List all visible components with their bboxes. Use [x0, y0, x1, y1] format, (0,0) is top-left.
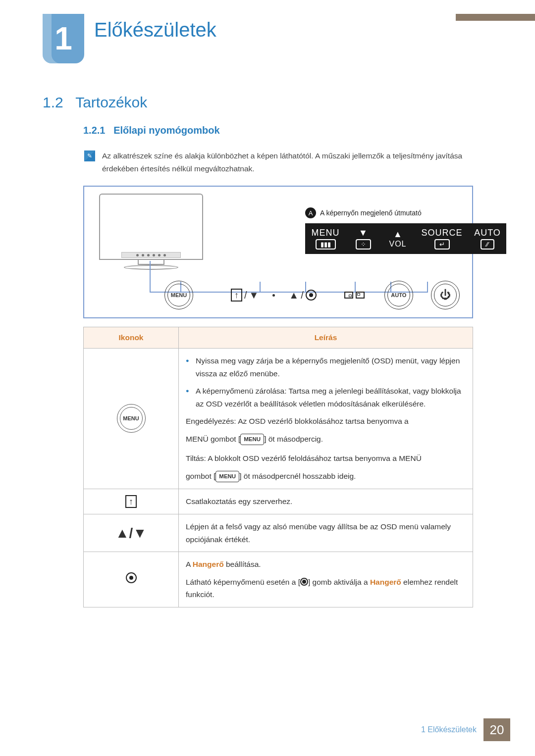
- button-row: MENU ↑/▼ ▲/ AUTO ⏻: [91, 281, 466, 309]
- updown-desc: Lépjen át a felső vagy az alsó menübe va…: [179, 514, 473, 552]
- osd-guide-bar: MENU ▮▮▮ ▼ ⁘ ▲ VOL SOURCE ↵ AUTO ⁄⁄: [305, 223, 506, 254]
- icons-description-table: Ikonok Leírás MENU ●Nyissa meg vagy zárj…: [83, 327, 473, 607]
- up-target-button-group[interactable]: ▲/: [289, 290, 316, 301]
- table-row: ▲/▼ Lépjen át a felső vagy az alsó menüb…: [84, 514, 473, 552]
- osd-up-icon: ▲: [380, 229, 415, 240]
- pip-button-group[interactable]: [344, 290, 365, 301]
- menu-desc-disable-1: Tiltás: A blokkolt OSD vezérlő feloldásá…: [186, 452, 466, 465]
- upload-down-button-group[interactable]: ↑/▼: [231, 289, 259, 302]
- upload-desc: Csatlakoztatás egy szerverhez.: [179, 489, 473, 514]
- menu-inline-badge: MENU: [240, 434, 264, 445]
- section-title: Tartozékok: [75, 94, 147, 110]
- osd-auto-label: AUTO: [469, 228, 506, 238]
- front-panel-diagram: A A képernyőn megjelenő útmutató MENU ▮▮…: [83, 186, 473, 318]
- up-down-icon: ▲/▼: [115, 525, 147, 541]
- menu-desc-enable-1: Engedélyezés: Az OSD vezérlő blokkolásáh…: [186, 415, 466, 428]
- menu-desc-enable-2a: MENÜ gombot [: [186, 435, 240, 443]
- chapter-number-tab: 1: [43, 14, 84, 63]
- footer-page-number: 20: [483, 718, 510, 741]
- target-icon-inline: [300, 578, 308, 586]
- menu-button[interactable]: MENU: [164, 281, 193, 309]
- osd-down-sub-icon: ⁘: [356, 239, 371, 250]
- menu-inline-badge-2: MENU: [215, 471, 239, 482]
- osd-source-label: SOURCE: [415, 228, 469, 238]
- table-row: A Hangerő beállítása. Látható képernyőme…: [84, 552, 473, 607]
- volume-word-1: Hangerő: [193, 560, 224, 568]
- legend-a-text: A képernyőn megjelenő útmutató: [320, 209, 422, 217]
- osd-menu-label: MENU: [305, 228, 346, 238]
- page-footer: 1 Előkészületek 20: [421, 718, 510, 741]
- subsection-heading: 1.2.1 Előlapi nyomógombok: [83, 125, 220, 136]
- chapter-number: 1: [54, 20, 72, 57]
- auto-button[interactable]: AUTO: [384, 281, 413, 309]
- osd-enter-icon: ↵: [434, 239, 450, 250]
- table-row: ↑ Csatlakoztatás egy szerverhez.: [84, 489, 473, 514]
- menu-desc-bullet2: A képernyőmenü zárolása: Tartsa meg a je…: [196, 387, 461, 408]
- table-row: MENU ●Nyissa meg vagy zárja be a képerny…: [84, 349, 473, 489]
- volume-word-2: Hangerő: [370, 578, 401, 586]
- power-button[interactable]: ⏻: [431, 281, 460, 309]
- target-icon: [126, 572, 137, 583]
- table-header-desc: Leírás: [179, 327, 473, 349]
- menu-desc-disable-2a: gombot [: [186, 472, 215, 480]
- monitor-illustration: [99, 194, 203, 275]
- section-heading: 1.2 Tartozékok: [43, 94, 147, 111]
- table-header-icons: Ikonok: [84, 327, 179, 349]
- menu-desc-bullet1: Nyissa meg vagy zárja be a képernyős meg…: [196, 356, 460, 378]
- legend-a-badge: A: [305, 207, 316, 218]
- subsection-number: 1.2.1: [83, 125, 105, 136]
- chapter-title: Előkészületek: [94, 19, 216, 41]
- note-icon: [84, 151, 95, 161]
- note-text: Az alkatrészek színe és alakja különbözh…: [102, 150, 488, 175]
- header-accent-bar: [456, 14, 535, 21]
- legend-a: A A képernyőn megjelenő útmutató: [305, 207, 422, 218]
- menu-button-icon: MENU: [117, 404, 146, 433]
- osd-down-icon: ▼: [346, 228, 380, 238]
- footer-chapter-label: 1 Előkészületek: [421, 725, 477, 734]
- osd-vol-label: VOL: [380, 240, 415, 249]
- menu-desc-disable-2b: ] öt másodpercnél hosszabb ideig.: [239, 472, 356, 480]
- upload-icon: ↑: [125, 495, 137, 508]
- osd-menu-icon: ▮▮▮: [316, 239, 336, 250]
- section-number: 1.2: [43, 94, 63, 110]
- subsection-title: Előlapi nyomógombok: [113, 125, 219, 136]
- osd-auto-icon: ⁄⁄: [481, 239, 494, 250]
- menu-desc-enable-2b: ] öt másodpercig.: [264, 435, 323, 443]
